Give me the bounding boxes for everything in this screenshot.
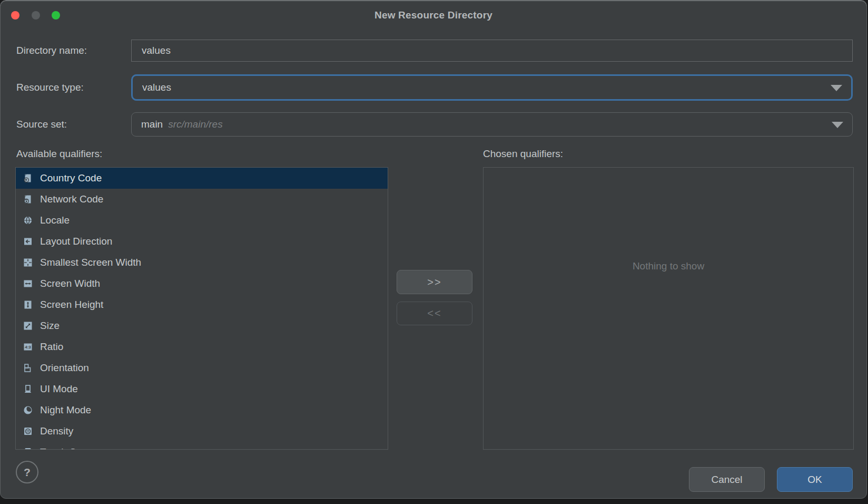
available-qualifiers-list[interactable]: Country CodeNetwork CodeLocaleLayout Dir…	[15, 167, 388, 450]
add-qualifier-button[interactable]: >>	[397, 270, 472, 294]
qualifier-label: UI Mode	[40, 383, 78, 395]
chosen-qualifiers-label: Chosen qualifiers:	[483, 148, 563, 160]
orientation-icon	[23, 363, 33, 373]
qualifier-row[interactable]: Layout Direction	[16, 231, 388, 252]
source-set-dropdown[interactable]: main src/main/res	[131, 112, 853, 137]
ratio-icon: 4:3	[23, 342, 33, 352]
qualifier-row[interactable]: Country Code	[16, 168, 388, 189]
qualifier-label: Density	[40, 425, 73, 437]
qualifier-row[interactable]: Screen Height	[16, 294, 388, 315]
qualifier-row[interactable]: Density	[16, 421, 388, 442]
ui-mode-icon	[23, 384, 33, 394]
qualifier-row[interactable]: UI Mode	[16, 379, 388, 400]
source-set-value: main	[141, 119, 163, 130]
qualifier-label: Screen Height	[40, 299, 103, 311]
qualifier-label: Locale	[40, 215, 70, 226]
chevron-down-icon	[832, 122, 843, 128]
screen-height-icon	[23, 299, 33, 310]
chevron-down-icon	[831, 85, 842, 91]
screen-width-icon	[23, 278, 33, 289]
remove-qualifier-button[interactable]: <<	[397, 302, 472, 325]
title-bar: New Resource Directory	[1, 1, 866, 29]
chosen-qualifiers-list: Nothing to show	[483, 167, 854, 450]
qualifier-label: Layout Direction	[40, 236, 112, 247]
qualifier-row[interactable]: Network Code	[16, 189, 388, 210]
cancel-button[interactable]: Cancel	[689, 467, 765, 492]
qualifier-row[interactable]: Orientation	[16, 357, 388, 379]
help-button[interactable]: ?	[16, 461, 38, 483]
qualifier-row[interactable]: Screen Width	[16, 273, 388, 294]
svg-text:4:3: 4:3	[25, 345, 31, 350]
qualifier-label: Network Code	[40, 193, 103, 205]
qualifier-label: Ratio	[40, 341, 63, 353]
source-set-path-hint: src/main/res	[168, 119, 222, 130]
qualifier-label: Orientation	[40, 362, 89, 374]
density-icon	[23, 426, 33, 437]
qualifier-row[interactable]: Smallest Screen Width	[16, 252, 388, 273]
qualifier-label: Touch Screen	[40, 447, 101, 450]
qualifier-row[interactable]: Night Mode	[16, 400, 388, 421]
network-code-icon	[23, 194, 33, 205]
touch-screen-icon	[23, 447, 33, 450]
qualifier-label: Screen Width	[40, 278, 100, 289]
available-qualifiers-label: Available qualifiers:	[16, 148, 102, 160]
qualifier-row[interactable]: 4:3Ratio	[16, 336, 388, 357]
empty-list-message: Nothing to show	[484, 260, 853, 272]
new-resource-directory-dialog: New Resource Directory Directory name: R…	[0, 0, 867, 499]
resource-type-value: values	[142, 82, 171, 93]
qualifier-row[interactable]: Locale	[16, 210, 388, 231]
directory-name-input[interactable]	[131, 40, 853, 62]
qualifier-label: Country Code	[40, 172, 102, 184]
qualifier-label: Size	[40, 320, 60, 332]
locale-icon	[23, 215, 33, 226]
layout-direction-icon	[23, 236, 33, 247]
qualifier-label: Smallest Screen Width	[40, 257, 141, 268]
source-set-label: Source set:	[16, 119, 67, 130]
qualifier-row[interactable]: Touch Screen	[16, 442, 388, 450]
country-code-icon	[23, 173, 33, 183]
resource-type-dropdown[interactable]: values	[131, 74, 853, 101]
resource-type-label: Resource type:	[16, 82, 84, 93]
ok-button[interactable]: OK	[777, 467, 853, 492]
smallest-screen-width-icon	[23, 257, 33, 268]
qualifier-label: Night Mode	[40, 404, 91, 416]
qualifier-row[interactable]: Size	[16, 315, 388, 336]
dialog-title: New Resource Directory	[1, 1, 866, 29]
directory-name-label: Directory name:	[16, 45, 87, 56]
size-icon	[23, 321, 33, 331]
night-mode-icon	[23, 405, 33, 415]
